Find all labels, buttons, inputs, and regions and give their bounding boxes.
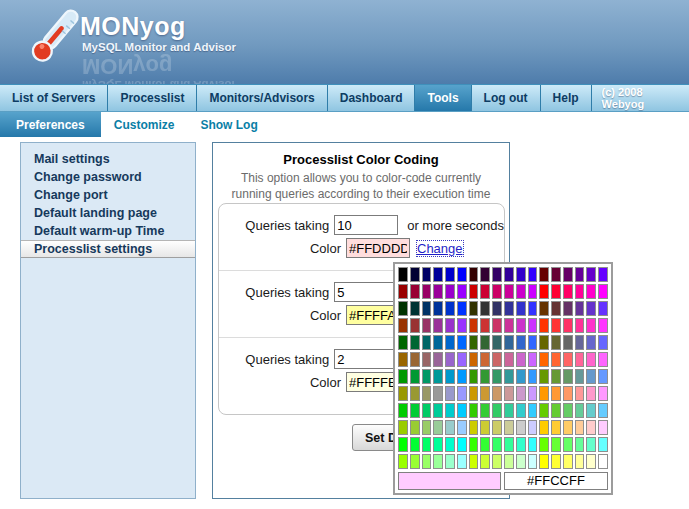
color-swatch[interactable] [598, 318, 608, 333]
color-swatch[interactable] [445, 352, 455, 367]
color-swatch[interactable] [457, 369, 467, 384]
color-swatch[interactable] [410, 386, 420, 401]
color-swatch[interactable] [433, 352, 443, 367]
color-swatch[interactable] [433, 335, 443, 350]
nav-tab-processlist[interactable]: Processlist [108, 85, 197, 111]
color-swatch[interactable] [516, 437, 526, 452]
color-swatch[interactable] [422, 369, 432, 384]
color-swatch[interactable] [516, 369, 526, 384]
color-swatch[interactable] [469, 420, 479, 435]
color-swatch[interactable] [516, 454, 526, 469]
color-swatch[interactable] [422, 386, 432, 401]
hex-value-field[interactable]: #FFCCFF [504, 472, 608, 490]
color-swatch[interactable] [480, 318, 490, 333]
color-swatch[interactable] [575, 437, 585, 452]
color-swatch[interactable] [563, 318, 573, 333]
color-swatch[interactable] [410, 420, 420, 435]
color-swatch[interactable] [516, 352, 526, 367]
color-swatch[interactable] [480, 403, 490, 418]
color-swatch[interactable] [516, 301, 526, 316]
color-swatch[interactable] [575, 301, 585, 316]
color-swatch[interactable] [398, 386, 408, 401]
color-swatch[interactable] [457, 454, 467, 469]
color-swatch[interactable] [398, 267, 408, 282]
color-swatch[interactable] [598, 352, 608, 367]
color-swatch[interactable] [410, 369, 420, 384]
color-swatch[interactable] [575, 420, 585, 435]
color-swatch[interactable] [528, 318, 538, 333]
color-swatch[interactable] [480, 267, 490, 282]
color-swatch[interactable] [422, 454, 432, 469]
color-swatch[interactable] [398, 284, 408, 299]
color-swatch[interactable] [398, 335, 408, 350]
color-swatch[interactable] [504, 284, 514, 299]
color-swatch[interactable] [539, 454, 549, 469]
color-swatch[interactable] [551, 284, 561, 299]
color-swatch[interactable] [469, 437, 479, 452]
color-swatch[interactable] [586, 369, 596, 384]
color-swatch[interactable] [539, 420, 549, 435]
color-swatch[interactable] [457, 267, 467, 282]
color-swatch[interactable] [433, 386, 443, 401]
color-swatch[interactable] [504, 369, 514, 384]
color-swatch[interactable] [398, 403, 408, 418]
color-swatch[interactable] [563, 267, 573, 282]
color-swatch[interactable] [551, 454, 561, 469]
change-color-link[interactable]: Change [417, 241, 463, 256]
color-swatch[interactable] [480, 369, 490, 384]
color-swatch[interactable] [551, 420, 561, 435]
color-swatch[interactable] [575, 284, 585, 299]
color-swatch[interactable] [445, 369, 455, 384]
color-swatch[interactable] [539, 437, 549, 452]
color-swatch[interactable] [586, 335, 596, 350]
color-swatch[interactable] [433, 369, 443, 384]
color-swatch[interactable] [433, 437, 443, 452]
color-swatch[interactable] [410, 335, 420, 350]
color-swatch[interactable] [457, 437, 467, 452]
color-swatch[interactable] [492, 301, 502, 316]
color-swatch[interactable] [575, 352, 585, 367]
subnav-tab-customize[interactable]: Customize [101, 112, 188, 137]
color-swatch[interactable] [433, 301, 443, 316]
color-swatch[interactable] [528, 437, 538, 452]
color-swatch[interactable] [551, 301, 561, 316]
color-swatch[interactable] [575, 335, 585, 350]
color-swatch[interactable] [539, 318, 549, 333]
color-swatch[interactable] [575, 369, 585, 384]
color-swatch[interactable] [469, 267, 479, 282]
color-swatch[interactable] [480, 335, 490, 350]
color-swatch[interactable] [504, 437, 514, 452]
sidebar-item-processlist-settings[interactable]: Processlist settings [21, 240, 195, 258]
color-hex-input[interactable] [346, 238, 410, 258]
nav-tab-dashboard[interactable]: Dashboard [328, 85, 416, 111]
color-swatch[interactable] [433, 420, 443, 435]
color-swatch[interactable] [457, 284, 467, 299]
color-swatch[interactable] [480, 386, 490, 401]
color-swatch[interactable] [539, 403, 549, 418]
color-swatch[interactable] [586, 318, 596, 333]
color-swatch[interactable] [469, 284, 479, 299]
color-swatch[interactable] [563, 369, 573, 384]
color-swatch[interactable] [539, 369, 549, 384]
color-swatch[interactable] [586, 284, 596, 299]
color-swatch[interactable] [422, 267, 432, 282]
color-swatch[interactable] [504, 267, 514, 282]
color-swatch[interactable] [528, 420, 538, 435]
color-swatch[interactable] [563, 335, 573, 350]
color-swatch[interactable] [516, 386, 526, 401]
color-swatch[interactable] [410, 301, 420, 316]
color-swatch[interactable] [398, 318, 408, 333]
color-swatch[interactable] [551, 335, 561, 350]
color-swatch[interactable] [516, 318, 526, 333]
color-swatch[interactable] [457, 335, 467, 350]
color-swatch[interactable] [445, 284, 455, 299]
color-swatch[interactable] [492, 386, 502, 401]
color-swatch[interactable] [433, 284, 443, 299]
color-swatch[interactable] [563, 437, 573, 452]
color-swatch[interactable] [410, 403, 420, 418]
color-swatch[interactable] [410, 454, 420, 469]
color-swatch[interactable] [575, 386, 585, 401]
color-swatch[interactable] [598, 420, 608, 435]
color-swatch[interactable] [598, 335, 608, 350]
color-swatch[interactable] [422, 352, 432, 367]
